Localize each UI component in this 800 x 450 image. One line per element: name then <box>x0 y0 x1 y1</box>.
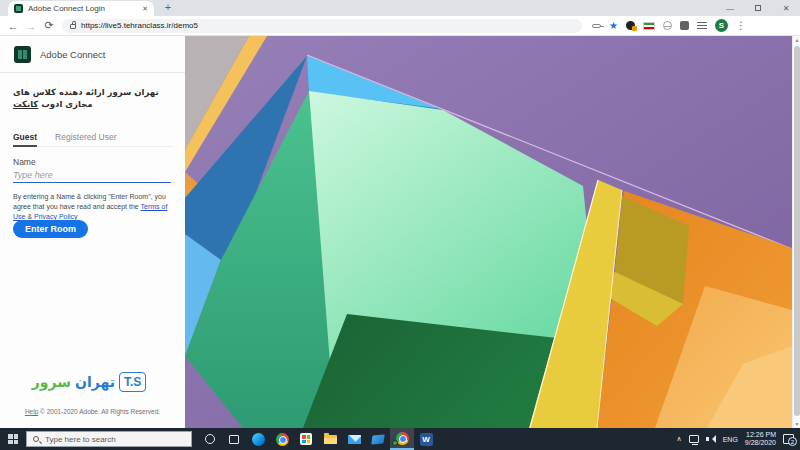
help-link[interactable]: Help <box>25 408 38 415</box>
page-content: Adobe Connect تهران سرور ارائه دهنده کلا… <box>0 36 800 428</box>
toolbar-extensions: ★ S ⋮ <box>592 19 746 32</box>
notification-badge: 2 <box>788 437 797 446</box>
name-input[interactable] <box>13 167 171 183</box>
heading-text-underlined: کانکت <box>13 99 38 109</box>
scrollbar-thumb[interactable] <box>794 46 800 416</box>
brand-name: Adobe Connect <box>40 49 106 60</box>
store-button[interactable] <box>294 428 318 450</box>
terms-separator: & <box>25 213 34 220</box>
address-bar[interactable]: https://live5.tehranclass.ir/demo5 <box>62 19 582 33</box>
tab-registered-user[interactable]: Registered User <box>55 132 116 142</box>
globe-extension-icon[interactable] <box>663 21 672 30</box>
terms-text: By entering a Name & clicking "Enter Roo… <box>13 192 175 222</box>
maximize-icon <box>755 5 761 11</box>
adobe-connect-logo <box>14 46 31 63</box>
system-tray: ∧ ENG 12:26 PM 9/28/2020 2 <box>677 431 800 447</box>
privacy-policy-link[interactable]: Privacy Policy <box>34 213 78 220</box>
folder-icon <box>324 435 337 444</box>
chrome-button[interactable] <box>270 428 294 450</box>
ts-logo-text-green: سرور <box>32 374 71 390</box>
extension-icon[interactable] <box>680 21 689 30</box>
edge-icon <box>252 433 265 446</box>
window-controls: — ✕ <box>716 0 800 16</box>
cortana-button[interactable] <box>198 428 222 450</box>
downloader-extension-icon[interactable] <box>697 22 707 30</box>
green-badge-icon <box>392 440 398 446</box>
windows-logo-icon <box>8 434 18 444</box>
taskbar-icons: W <box>198 428 438 450</box>
brand-row: Adobe Connect <box>14 46 106 63</box>
ts-logo-text-blue: تهران <box>75 374 115 390</box>
mail-button[interactable] <box>342 428 366 450</box>
browser-tab-strip: Adobe Connect Login ✕ + — ✕ <box>0 0 800 16</box>
action-center-icon[interactable]: 2 <box>783 434 794 444</box>
search-placeholder: Type here to search <box>45 435 116 444</box>
network-icon[interactable] <box>689 435 699 443</box>
taskbar: Type here to search W ∧ ENG 12:26 PM 9/2… <box>0 428 800 450</box>
maximize-button[interactable] <box>744 0 772 16</box>
ts-logo-mark: T.S <box>119 372 146 392</box>
reload-button[interactable]: ⟳ <box>40 19 58 32</box>
menu-dots-icon[interactable]: ⋮ <box>736 20 746 31</box>
browser-tab[interactable]: Adobe Connect Login ✕ <box>8 1 154 16</box>
tab-guest[interactable]: Guest <box>13 132 37 147</box>
iran-flag-extension-icon[interactable] <box>643 22 655 30</box>
close-button[interactable]: ✕ <box>772 0 800 16</box>
cortana-icon <box>205 434 215 444</box>
hero-artwork-image <box>185 36 792 428</box>
password-key-icon[interactable] <box>592 24 601 28</box>
clock-date: 9/28/2020 <box>745 439 776 447</box>
bookmark-star-icon[interactable]: ★ <box>609 21 618 31</box>
adobe-connect-favicon <box>14 4 23 13</box>
footer-copyright: Help © 2001-2020 Adobe. All Rights Reser… <box>0 408 185 415</box>
laptop-app-button[interactable] <box>366 428 390 450</box>
https-lock-icon[interactable] <box>70 24 76 29</box>
copyright-text: © 2001-2020 Adobe. All Rights Reserved. <box>38 408 160 415</box>
enter-room-button[interactable]: Enter Room <box>13 220 88 238</box>
search-icon <box>33 436 39 442</box>
tab-title: Adobe Connect Login <box>28 4 137 13</box>
chrome-active-button[interactable] <box>390 428 414 450</box>
tehran-server-logo: T.S تهران سرور <box>14 362 164 402</box>
chrome-icon <box>276 433 289 446</box>
tab-close-icon[interactable]: ✕ <box>142 5 148 13</box>
laptop-app-icon <box>371 434 385 444</box>
scroll-down-icon[interactable]: ▼ <box>793 420 800 428</box>
microsoft-store-icon <box>300 433 312 445</box>
file-explorer-button[interactable] <box>318 428 342 450</box>
scroll-up-icon[interactable]: ▲ <box>793 36 800 44</box>
task-view-button[interactable] <box>222 428 246 450</box>
word-button[interactable]: W <box>414 428 438 450</box>
new-tab-button[interactable]: + <box>160 0 176 16</box>
adblock-extension-icon[interactable] <box>626 21 635 30</box>
flag-stripe-red <box>644 27 654 29</box>
divider <box>0 72 185 73</box>
taskbar-search[interactable]: Type here to search <box>26 431 192 447</box>
word-icon: W <box>420 433 433 446</box>
task-view-icon <box>229 435 239 444</box>
mail-icon <box>348 435 361 444</box>
edge-button[interactable] <box>246 428 270 450</box>
clock-time: 12:26 PM <box>745 431 776 439</box>
profile-avatar[interactable]: S <box>715 19 728 32</box>
speaker-icon[interactable] <box>706 435 716 443</box>
minimize-button[interactable]: — <box>716 0 744 16</box>
clock[interactable]: 12:26 PM 9/28/2020 <box>745 431 776 447</box>
name-label: Name <box>13 157 36 167</box>
back-button[interactable]: ← <box>4 20 22 32</box>
forward-button[interactable]: → <box>22 20 40 32</box>
screen: Adobe Connect Login ✕ + — ✕ ← → ⟳ https:… <box>0 0 800 450</box>
url-text[interactable]: https://live5.tehranclass.ir/demo5 <box>81 21 198 30</box>
login-panel: Adobe Connect تهران سرور ارائه دهنده کلا… <box>0 36 185 428</box>
login-tabs: Guest Registered User <box>13 132 173 147</box>
tray-chevron-icon[interactable]: ∧ <box>677 435 682 443</box>
language-indicator[interactable]: ENG <box>723 436 738 443</box>
page-scrollbar[interactable]: ▲ ▼ <box>792 36 800 428</box>
start-button[interactable] <box>0 428 26 450</box>
browser-toolbar: ← → ⟳ https://live5.tehranclass.ir/demo5… <box>0 16 800 36</box>
page-title: تهران سرور ارائه دهنده کلاس های مجازی اد… <box>13 86 173 110</box>
